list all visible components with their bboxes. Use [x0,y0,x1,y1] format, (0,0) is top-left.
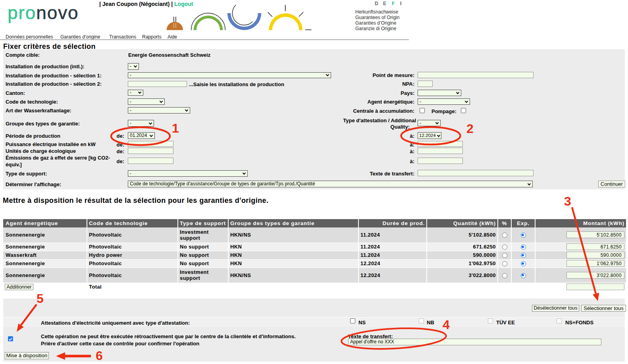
svg-text:3: 3 [564,194,571,208]
